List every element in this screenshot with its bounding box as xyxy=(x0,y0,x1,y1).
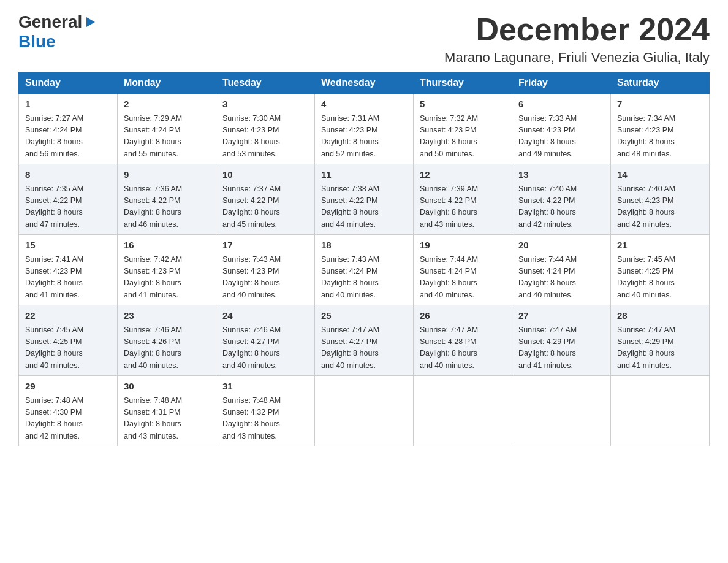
calendar-week-row: 1Sunrise: 7:27 AMSunset: 4:24 PMDaylight… xyxy=(19,94,710,164)
weekday-header-row: SundayMondayTuesdayWednesdayThursdayFrid… xyxy=(19,72,710,94)
day-info: Sunrise: 7:37 AMSunset: 4:22 PMDaylight:… xyxy=(222,183,308,231)
day-number: 21 xyxy=(617,239,703,253)
day-number: 27 xyxy=(518,309,604,323)
calendar-cell: 17Sunrise: 7:43 AMSunset: 4:23 PMDayligh… xyxy=(216,235,315,305)
day-number: 23 xyxy=(124,309,210,323)
weekday-header-sunday: Sunday xyxy=(19,72,118,94)
calendar-cell: 27Sunrise: 7:47 AMSunset: 4:29 PMDayligh… xyxy=(512,305,611,376)
calendar-cell: 13Sunrise: 7:40 AMSunset: 4:22 PMDayligh… xyxy=(512,164,611,235)
day-info: Sunrise: 7:45 AMSunset: 4:25 PMDaylight:… xyxy=(25,324,111,372)
weekday-header-monday: Monday xyxy=(118,72,216,94)
day-info: Sunrise: 7:46 AMSunset: 4:27 PMDaylight:… xyxy=(222,324,308,372)
day-info: Sunrise: 7:31 AMSunset: 4:23 PMDaylight:… xyxy=(321,113,407,161)
calendar-week-row: 29Sunrise: 7:48 AMSunset: 4:30 PMDayligh… xyxy=(19,376,710,446)
day-info: Sunrise: 7:47 AMSunset: 4:28 PMDaylight:… xyxy=(420,324,506,372)
logo-blue: Blue xyxy=(18,32,56,51)
svg-marker-0 xyxy=(86,17,95,27)
day-info: Sunrise: 7:40 AMSunset: 4:22 PMDaylight:… xyxy=(518,183,604,231)
day-number: 7 xyxy=(617,98,703,112)
page-header: General Blue December 2024 Marano Laguna… xyxy=(18,12,710,66)
day-info: Sunrise: 7:48 AMSunset: 4:31 PMDaylight:… xyxy=(124,395,210,443)
weekday-header-tuesday: Tuesday xyxy=(216,72,315,94)
day-number: 14 xyxy=(617,168,703,182)
day-number: 31 xyxy=(222,380,308,394)
day-number: 28 xyxy=(617,309,703,323)
weekday-header-friday: Friday xyxy=(512,72,611,94)
day-info: Sunrise: 7:27 AMSunset: 4:24 PMDaylight:… xyxy=(25,113,111,161)
calendar-cell: 9Sunrise: 7:36 AMSunset: 4:22 PMDaylight… xyxy=(118,164,216,235)
calendar-cell: 11Sunrise: 7:38 AMSunset: 4:22 PMDayligh… xyxy=(315,164,414,235)
weekday-header-thursday: Thursday xyxy=(414,72,512,94)
day-number: 13 xyxy=(518,168,604,182)
day-info: Sunrise: 7:40 AMSunset: 4:23 PMDaylight:… xyxy=(617,183,703,231)
calendar-cell: 10Sunrise: 7:37 AMSunset: 4:22 PMDayligh… xyxy=(216,164,315,235)
calendar-cell: 31Sunrise: 7:48 AMSunset: 4:32 PMDayligh… xyxy=(216,376,315,446)
calendar-cell: 24Sunrise: 7:46 AMSunset: 4:27 PMDayligh… xyxy=(216,305,315,376)
day-info: Sunrise: 7:38 AMSunset: 4:22 PMDaylight:… xyxy=(321,183,407,231)
day-info: Sunrise: 7:45 AMSunset: 4:25 PMDaylight:… xyxy=(617,254,703,302)
calendar-table: SundayMondayTuesdayWednesdayThursdayFrid… xyxy=(18,72,710,446)
calendar-cell: 5Sunrise: 7:32 AMSunset: 4:23 PMDaylight… xyxy=(414,94,512,164)
day-number: 15 xyxy=(25,239,111,253)
day-info: Sunrise: 7:47 AMSunset: 4:29 PMDaylight:… xyxy=(518,324,604,372)
day-info: Sunrise: 7:47 AMSunset: 4:29 PMDaylight:… xyxy=(617,324,703,372)
calendar-week-row: 15Sunrise: 7:41 AMSunset: 4:23 PMDayligh… xyxy=(19,235,710,305)
day-number: 19 xyxy=(420,239,506,253)
day-number: 22 xyxy=(25,309,111,323)
day-number: 12 xyxy=(420,168,506,182)
day-number: 5 xyxy=(420,98,506,112)
day-number: 3 xyxy=(222,98,308,112)
calendar-cell xyxy=(512,376,611,446)
calendar-cell: 16Sunrise: 7:42 AMSunset: 4:23 PMDayligh… xyxy=(118,235,216,305)
logo-general: General xyxy=(18,12,82,32)
day-info: Sunrise: 7:43 AMSunset: 4:24 PMDaylight:… xyxy=(321,254,407,302)
calendar-cell: 14Sunrise: 7:40 AMSunset: 4:23 PMDayligh… xyxy=(611,164,710,235)
day-number: 26 xyxy=(420,309,506,323)
day-info: Sunrise: 7:33 AMSunset: 4:23 PMDaylight:… xyxy=(518,113,604,161)
logo: General Blue xyxy=(18,12,96,52)
day-info: Sunrise: 7:34 AMSunset: 4:23 PMDaylight:… xyxy=(617,113,703,161)
day-info: Sunrise: 7:36 AMSunset: 4:22 PMDaylight:… xyxy=(124,183,210,231)
calendar-week-row: 22Sunrise: 7:45 AMSunset: 4:25 PMDayligh… xyxy=(19,305,710,376)
day-info: Sunrise: 7:48 AMSunset: 4:30 PMDaylight:… xyxy=(25,395,111,443)
calendar-cell: 19Sunrise: 7:44 AMSunset: 4:24 PMDayligh… xyxy=(414,235,512,305)
calendar-cell: 4Sunrise: 7:31 AMSunset: 4:23 PMDaylight… xyxy=(315,94,414,164)
title-section: December 2024 Marano Lagunare, Friuli Ve… xyxy=(444,12,710,66)
day-number: 2 xyxy=(124,98,210,112)
day-info: Sunrise: 7:39 AMSunset: 4:22 PMDaylight:… xyxy=(420,183,506,231)
day-number: 1 xyxy=(25,98,111,112)
day-info: Sunrise: 7:48 AMSunset: 4:32 PMDaylight:… xyxy=(222,395,308,443)
calendar-cell xyxy=(315,376,414,446)
calendar-cell: 26Sunrise: 7:47 AMSunset: 4:28 PMDayligh… xyxy=(414,305,512,376)
calendar-cell: 25Sunrise: 7:47 AMSunset: 4:27 PMDayligh… xyxy=(315,305,414,376)
day-info: Sunrise: 7:32 AMSunset: 4:23 PMDaylight:… xyxy=(420,113,506,161)
calendar-cell: 18Sunrise: 7:43 AMSunset: 4:24 PMDayligh… xyxy=(315,235,414,305)
weekday-header-saturday: Saturday xyxy=(611,72,710,94)
day-number: 24 xyxy=(222,309,308,323)
calendar-cell: 28Sunrise: 7:47 AMSunset: 4:29 PMDayligh… xyxy=(611,305,710,376)
calendar-cell: 7Sunrise: 7:34 AMSunset: 4:23 PMDaylight… xyxy=(611,94,710,164)
day-info: Sunrise: 7:29 AMSunset: 4:24 PMDaylight:… xyxy=(124,113,210,161)
calendar-cell: 29Sunrise: 7:48 AMSunset: 4:30 PMDayligh… xyxy=(19,376,118,446)
calendar-cell: 30Sunrise: 7:48 AMSunset: 4:31 PMDayligh… xyxy=(118,376,216,446)
calendar-cell: 8Sunrise: 7:35 AMSunset: 4:22 PMDaylight… xyxy=(19,164,118,235)
day-number: 6 xyxy=(518,98,604,112)
day-info: Sunrise: 7:44 AMSunset: 4:24 PMDaylight:… xyxy=(420,254,506,302)
calendar-cell xyxy=(414,376,512,446)
day-info: Sunrise: 7:30 AMSunset: 4:23 PMDaylight:… xyxy=(222,113,308,161)
location-title: Marano Lagunare, Friuli Venezia Giulia, … xyxy=(444,50,710,66)
day-number: 30 xyxy=(124,380,210,394)
calendar-cell: 20Sunrise: 7:44 AMSunset: 4:24 PMDayligh… xyxy=(512,235,611,305)
calendar-cell: 15Sunrise: 7:41 AMSunset: 4:23 PMDayligh… xyxy=(19,235,118,305)
calendar-cell xyxy=(611,376,710,446)
day-number: 11 xyxy=(321,168,407,182)
day-info: Sunrise: 7:47 AMSunset: 4:27 PMDaylight:… xyxy=(321,324,407,372)
day-number: 4 xyxy=(321,98,407,112)
day-number: 17 xyxy=(222,239,308,253)
calendar-week-row: 8Sunrise: 7:35 AMSunset: 4:22 PMDaylight… xyxy=(19,164,710,235)
day-number: 18 xyxy=(321,239,407,253)
day-number: 8 xyxy=(25,168,111,182)
calendar-cell: 12Sunrise: 7:39 AMSunset: 4:22 PMDayligh… xyxy=(414,164,512,235)
calendar-cell: 3Sunrise: 7:30 AMSunset: 4:23 PMDaylight… xyxy=(216,94,315,164)
weekday-header-wednesday: Wednesday xyxy=(315,72,414,94)
